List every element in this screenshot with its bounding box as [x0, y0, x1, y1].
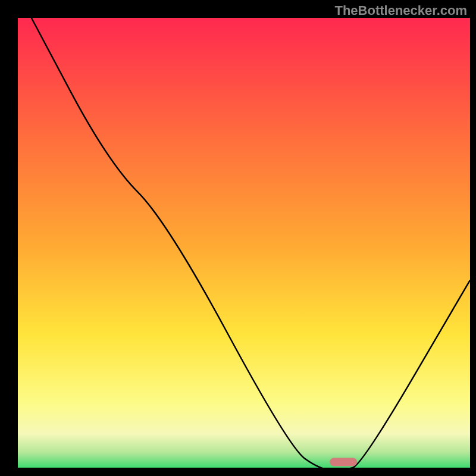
bottleneck-chart [0, 0, 476, 476]
plot-background [18, 18, 470, 470]
chart-container: TheBottlenecker.com [0, 0, 476, 476]
optimal-marker [330, 458, 357, 466]
watermark-text: TheBottlenecker.com [334, 3, 467, 18]
baseline [18, 468, 470, 470]
